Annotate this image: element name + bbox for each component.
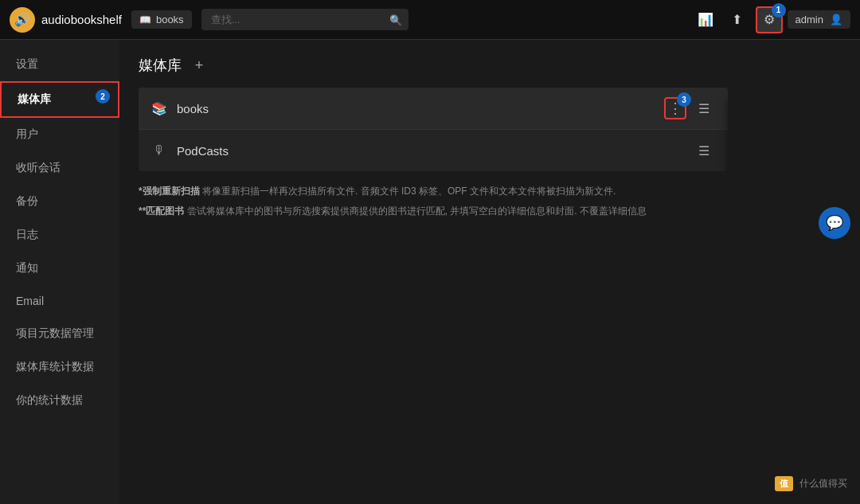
books-menu-badge: 3 <box>677 92 691 107</box>
library-row-podcasts: 🎙 PodCasts ☰ <box>139 130 728 171</box>
gear-badge: 1 <box>772 3 786 18</box>
search-area: 🔍 <box>201 9 408 30</box>
books-menu-btn[interactable]: ⋮ 3 <box>664 97 686 119</box>
sidebar-item-notify[interactable]: 通知 <box>0 252 119 285</box>
books-order-btn[interactable]: ☰ <box>693 97 715 119</box>
podcasts-order-btn[interactable]: ☰ <box>693 139 715 162</box>
tab-label: books <box>156 14 184 25</box>
note-2: **匹配图书 尝试将媒体库中的图书与所选搜索提供商提供的图书进行匹配, 并填写空… <box>139 204 728 219</box>
section-title: 媒体库 <box>139 56 182 75</box>
add-library-btn[interactable]: + <box>190 56 209 75</box>
books-name: books <box>177 102 664 115</box>
sidebar-item-settings[interactable]: 设置 <box>0 48 119 81</box>
brand-name: audiobookshelf <box>41 13 122 26</box>
sidebar-item-backup[interactable]: 备份 <box>0 185 119 218</box>
sidebar-item-logs[interactable]: 日志 <box>0 218 119 252</box>
library-row-books: 📚 books ⋮ 3 ☰ 编辑 扫描 强制重新扫描 匹配图书 4 <box>139 88 728 130</box>
sidebar-item-mystats[interactable]: 你的统计数据 <box>0 384 119 417</box>
user-icon: 👤 <box>830 14 842 25</box>
watermark-logo: 值 <box>775 476 793 491</box>
notes-section: *强制重新扫描 将像重新扫描一样再次扫描所有文件. 音频文件 ID3 标签、OP… <box>139 184 728 219</box>
section-header: 媒体库 + <box>139 56 841 75</box>
podcasts-name: PodCasts <box>177 144 693 158</box>
podcasts-icon: 🎙 <box>151 143 167 158</box>
search-icon[interactable]: 🔍 <box>389 14 402 25</box>
watermark-text: 什么值得买 <box>799 477 847 490</box>
note-1: *强制重新扫描 将像重新扫描一样再次扫描所有文件. 音频文件 ID3 标签、OP… <box>139 184 728 199</box>
sidebar-item-sessions[interactable]: 收听会话 <box>0 151 119 185</box>
sidebar-item-users[interactable]: 用户 <box>0 118 119 151</box>
books-tab[interactable]: 📖 books <box>131 10 192 29</box>
upload-icon-btn[interactable]: ⬆ <box>724 6 751 33</box>
sidebar-item-media[interactable]: 媒体库 2 <box>0 81 119 118</box>
books-actions: ⋮ 3 ☰ <box>664 97 715 119</box>
books-icon: 📚 <box>151 101 167 116</box>
sidebar: 设置 媒体库 2 用户 收听会话 备份 日志 通知 Email 项目元数据管理 … <box>0 40 119 504</box>
podcasts-actions: ☰ <box>693 139 715 162</box>
sidebar-item-stats[interactable]: 媒体库统计数据 <box>0 350 119 384</box>
search-input[interactable] <box>201 9 408 30</box>
sidebar-media-badge: 2 <box>96 89 110 104</box>
chart-icon-btn[interactable]: 📊 <box>692 6 719 33</box>
tab-book-icon: 📖 <box>139 14 151 25</box>
sidebar-item-metadata[interactable]: 项目元数据管理 <box>0 317 119 350</box>
user-label: admin <box>796 14 823 25</box>
main-content: 媒体库 + 📚 books ⋮ 3 ☰ 编辑 扫描 强制重 <box>119 40 860 504</box>
logo-icon: 🔊 <box>10 7 35 33</box>
header: 🔊 audiobookshelf 📖 books 🔍 📊 ⬆ ⚙ 1 admin… <box>0 0 860 40</box>
layout: 设置 媒体库 2 用户 收听会话 备份 日志 通知 Email 项目元数据管理 … <box>0 40 860 504</box>
sidebar-item-email[interactable]: Email <box>0 285 119 317</box>
watermark: 值 什么值得买 <box>775 476 847 491</box>
user-area[interactable]: admin 👤 <box>788 10 850 29</box>
logo-area[interactable]: 🔊 audiobookshelf <box>10 7 122 33</box>
gear-icon-btn[interactable]: ⚙ 1 <box>756 6 783 33</box>
chat-icon-btn[interactable]: 💬 <box>819 207 850 239</box>
header-actions: 📊 ⬆ ⚙ 1 admin 👤 <box>692 6 850 33</box>
library-list: 📚 books ⋮ 3 ☰ 编辑 扫描 强制重新扫描 匹配图书 4 <box>139 88 728 171</box>
